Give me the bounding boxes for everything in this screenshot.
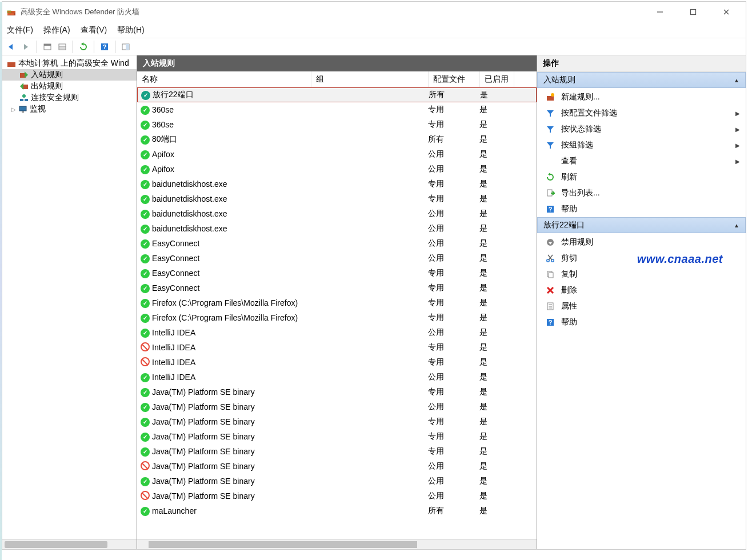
rule-name: Java(TM) Platform SE binary [151, 417, 311, 426]
tree-inbound-rules[interactable]: 入站规则 [2, 69, 137, 81]
toolbar-help-button[interactable]: ? [98, 40, 111, 54]
tree-connection-security[interactable]: 连接安全规则 [2, 92, 137, 103]
col-name[interactable]: 名称 [137, 71, 311, 87]
menu-file[interactable]: 文件(F) [7, 25, 33, 35]
maximize-button[interactable] [685, 6, 701, 18]
close-button[interactable] [718, 6, 734, 18]
expand-icon[interactable]: ▷ [11, 106, 16, 113]
rule-enabled: 是 [479, 268, 514, 278]
toolbar-btn-1[interactable] [41, 40, 54, 54]
action-item[interactable]: 导出列表... [537, 185, 746, 201]
actions-section-inbound[interactable]: 入站规则▲ [537, 72, 746, 88]
connsec-icon [19, 93, 29, 102]
nav-forward-button[interactable] [19, 40, 33, 54]
rule-row[interactable]: ✓baidunetdiskhost.exe专用是 [137, 191, 537, 206]
rule-row[interactable]: ✓Apifox公用是 [137, 162, 537, 177]
rule-row[interactable]: ✓Java(TM) Platform SE binary专用是 [137, 444, 537, 459]
rule-row[interactable]: ✓EasyConnect公用是 [137, 251, 537, 266]
window-title: 高级安全 Windows Defender 防火墙 [21, 7, 652, 17]
submenu-arrow-icon: ▶ [735, 158, 740, 165]
action-item[interactable]: 属性 [537, 298, 746, 314]
allow-icon: ✓ [141, 210, 150, 219]
rule-profile: 公用 [428, 238, 479, 249]
rule-row[interactable]: ✓EasyConnect公用是 [137, 236, 537, 251]
rule-row[interactable]: ✓baidunetdiskhost.exe专用是 [137, 177, 537, 191]
rule-row[interactable]: ✓80端口所有是 [137, 132, 537, 147]
actions-section-selected-rule[interactable]: 放行22端口▲ [537, 217, 746, 233]
rule-row[interactable]: ✓EasyConnect专用是 [137, 266, 537, 281]
rule-row[interactable]: Java(TM) Platform SE binary公用是 [137, 459, 537, 474]
action-item[interactable]: 复制 [537, 266, 746, 282]
filter-icon [545, 108, 555, 118]
rule-row[interactable]: ✓EasyConnect专用是 [137, 281, 537, 295]
rule-row[interactable]: ✓360se专用是 [137, 117, 537, 132]
menu-view[interactable]: 查看(V) [81, 25, 107, 35]
rule-row[interactable]: ✓IntelliJ IDEA公用是 [137, 325, 537, 340]
collapse-icon: ▲ [734, 222, 739, 229]
rule-name: Java(TM) Platform SE binary [151, 447, 311, 456]
rule-enabled: 是 [479, 194, 514, 204]
action-item[interactable]: 刷新 [537, 169, 746, 185]
toolbar-btn-2[interactable] [55, 40, 69, 54]
toolbar-refresh-button[interactable] [77, 40, 90, 54]
tree-root[interactable]: 本地计算机 上的高级安全 Wind [2, 58, 137, 69]
action-item[interactable]: 剪切 [537, 250, 746, 266]
rule-row[interactable]: ✓Java(TM) Platform SE binary公用是 [137, 474, 537, 489]
toolbar-btn-last[interactable] [119, 40, 133, 54]
action-item[interactable]: 查看▶ [537, 153, 746, 169]
action-item[interactable]: 新建规则... [537, 89, 746, 105]
rule-row[interactable]: Java(TM) Platform SE binary公用是 [137, 489, 537, 503]
rule-row[interactable]: ✓Firefox (C:\Program Files\Mozilla Firef… [137, 310, 537, 325]
rule-row[interactable]: IntelliJ IDEA专用是 [137, 340, 537, 355]
svg-rect-24 [19, 106, 26, 111]
rule-row[interactable]: IntelliJ IDEA专用是 [137, 355, 537, 370]
minimize-button[interactable] [652, 6, 668, 18]
rule-row[interactable]: ✓baidunetdiskhost.exe公用是 [137, 206, 537, 221]
tree-outbound-rules[interactable]: 出站规则 [2, 81, 137, 92]
allow-icon: ✓ [141, 269, 150, 278]
action-label: 帮助 [561, 204, 577, 214]
rule-profile: 专用 [428, 194, 479, 204]
action-item[interactable]: 禁用规则 [537, 234, 746, 250]
rule-row[interactable]: ✓Java(TM) Platform SE binary公用是 [137, 399, 537, 414]
action-item[interactable]: ?帮助 [537, 314, 746, 330]
col-profile[interactable]: 配置文件 [429, 71, 480, 87]
action-item[interactable]: 按配置文件筛选▶ [537, 105, 746, 121]
rule-profile: 公用 [428, 164, 479, 174]
action-item[interactable]: 按状态筛选▶ [537, 121, 746, 137]
rule-row[interactable]: ✓放行22端口所有是 [137, 87, 537, 102]
rule-profile: 所有 [428, 506, 479, 516]
rule-profile: 公用 [428, 327, 479, 338]
list-h-scrollbar[interactable] [137, 539, 537, 549]
rule-row[interactable]: ✓Java(TM) Platform SE binary专用是 [137, 414, 537, 429]
tree-monitor[interactable]: ▷ 监视 [2, 103, 137, 115]
nav-back-button[interactable] [5, 40, 18, 54]
action-item[interactable]: 按组筛选▶ [537, 137, 746, 153]
rule-row[interactable]: ✓Apifox公用是 [137, 147, 537, 162]
rule-profile: 专用 [428, 313, 479, 323]
allow-icon: ✓ [141, 329, 150, 338]
menu-help[interactable]: 帮助(H) [117, 25, 144, 35]
firewall-app-icon [7, 7, 16, 17]
firewall-icon [7, 59, 16, 68]
rule-list[interactable]: ✓放行22端口所有是✓360se专用是✓360se专用是✓80端口所有是✓Api… [137, 87, 537, 539]
window-controls [652, 6, 741, 18]
rule-row[interactable]: ✓Java(TM) Platform SE binary专用是 [137, 385, 537, 399]
tree-h-scrollbar[interactable] [2, 539, 137, 549]
action-item[interactable]: ?帮助 [537, 201, 746, 217]
menu-action[interactable]: 操作(A) [43, 25, 70, 35]
export-icon [545, 188, 555, 198]
col-enabled[interactable]: 已启用 [480, 71, 514, 87]
rule-row[interactable]: ✓Firefox (C:\Program Files\Mozilla Firef… [137, 295, 537, 310]
rule-row[interactable]: ✓IntelliJ IDEA公用是 [137, 370, 537, 385]
action-item[interactable]: 删除 [537, 282, 746, 298]
submenu-arrow-icon: ▶ [735, 142, 740, 149]
refresh-icon [545, 172, 555, 182]
rule-row[interactable]: ✓360se专用是 [137, 102, 537, 117]
rule-row[interactable]: ✓maLauncher所有是 [137, 503, 537, 518]
rule-name: maLauncher [151, 506, 311, 515]
col-group[interactable]: 组 [311, 71, 429, 87]
rule-row[interactable]: ✓Java(TM) Platform SE binary专用是 [137, 429, 537, 444]
rule-row[interactable]: ✓baidunetdiskhost.exe公用是 [137, 221, 537, 236]
rule-enabled: 是 [479, 179, 514, 189]
